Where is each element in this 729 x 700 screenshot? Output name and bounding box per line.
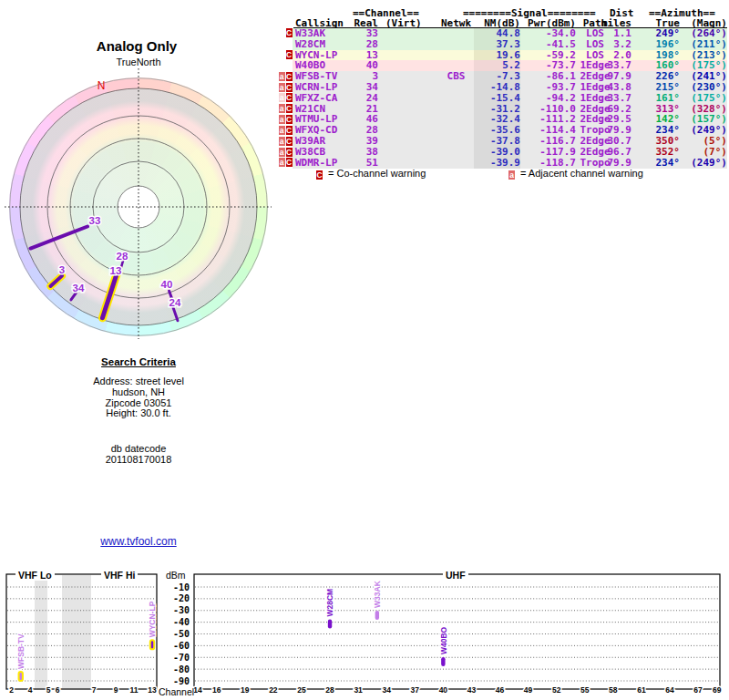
network	[436, 39, 477, 50]
co-channel-warning-icon: C	[286, 50, 293, 59]
station-marker-label-WFSB-TV: WFSB-TV	[16, 633, 26, 669]
table-row-W38CB: aCW38CB38-39.0-117.92Edge96.7352°(7°)	[278, 147, 728, 158]
adjacent-channel-warning-icon: a	[279, 104, 285, 113]
network	[436, 125, 477, 136]
channel-tick-label: 67	[693, 685, 703, 695]
nm-db: -15.4	[474, 93, 520, 104]
channel-tick-label: 28	[325, 685, 334, 695]
azimuth-magnetic: (211°)	[682, 39, 727, 50]
legend-co-channel: C= Co-channel warning	[316, 168, 426, 179]
station-marker-W40BO	[441, 657, 445, 666]
adjacent-channel-warning-icon: a	[279, 137, 285, 146]
radar-spoke-ch34	[71, 293, 76, 300]
distance-miles: 33.7	[592, 93, 631, 104]
network	[436, 147, 477, 158]
dbm-tick-label: -50	[173, 629, 190, 639]
pwr-dbm: -41.5	[524, 39, 576, 50]
adjacent-channel-warning-icon: a	[279, 83, 285, 92]
radar-spoke-label-ch33: 33	[89, 215, 101, 226]
co-channel-warning-icon: C	[286, 28, 293, 37]
dbm-tick-label: -40	[173, 617, 190, 627]
dbm-tick-label: -60	[173, 641, 190, 651]
station-marker-WFSB-TV	[19, 672, 23, 681]
channel-tick-label: 4	[28, 685, 33, 695]
network	[436, 82, 477, 93]
radar-spoke-ch24	[173, 308, 178, 321]
spectrum-gap-shading	[35, 575, 47, 689]
channel-tick-label: 37	[411, 685, 420, 695]
adjacent-channel-warning-icon: a	[279, 148, 285, 157]
dbm-axis-label: dBm	[166, 570, 186, 581]
channel-axis-label: Channel	[159, 686, 194, 697]
azimuth-magnetic: (249°)	[682, 158, 727, 169]
uhf-band-label: UHF	[443, 570, 468, 581]
azimuth-true: 161°	[642, 93, 680, 104]
channel-real: 24	[346, 93, 378, 104]
channel-tick-label: 52	[552, 685, 561, 695]
channel-tick-label: 9	[114, 685, 118, 695]
nm-db: 37.3	[474, 39, 520, 50]
tvfool-link-wrap: www.tvfool.com	[29, 535, 248, 548]
channel-tick-label: 58	[609, 685, 618, 695]
co-channel-warning-icon: C	[286, 126, 293, 135]
distance-miles: 3.2	[592, 39, 631, 50]
radar-spoke-label-ch3: 3	[59, 264, 65, 275]
channel-tick-label: 43	[467, 685, 477, 695]
azimuth-true: 196°	[642, 39, 680, 50]
azimuth-true: 234°	[642, 158, 680, 169]
channel-real: 38	[346, 147, 378, 158]
adjacent-channel-badge: a	[508, 170, 515, 180]
channel-real: 28	[346, 39, 378, 50]
channel-tick-label: 46	[496, 685, 505, 695]
co-channel-warning-icon: C	[286, 83, 293, 92]
dbm-tick-label: -80	[173, 664, 190, 674]
legend-adjacent-channel: a= Adjacent channel warning	[508, 168, 643, 179]
azimuth-magnetic: (264°)	[682, 28, 727, 39]
search-criteria-address: Address: street level hudson, NH Zipcode…	[29, 376, 248, 419]
radar-spokes: 3328133344024N	[30, 79, 181, 321]
db-datecode-value: 201108170018	[29, 455, 248, 466]
legend-adjacent-channel-text: = Adjacent channel warning	[520, 168, 643, 179]
table-row-W28CM: W28CM2837.3-41.5LOS3.2196°(211°)	[278, 39, 728, 50]
radar-spoke-ch13	[102, 273, 117, 317]
channel-tick-label: 5	[46, 685, 51, 695]
adjacent-channel-warning-icon: a	[279, 72, 285, 81]
co-channel-warning-icon: C	[286, 115, 293, 124]
channel-tick-label: 14	[193, 685, 202, 695]
dbm-tick-label: -20	[173, 593, 190, 603]
channel-tick-label: 13	[148, 685, 157, 695]
azimuth-true: 249°	[642, 28, 680, 39]
co-channel-warning-icon: C	[286, 137, 293, 146]
network: CBS	[436, 71, 477, 82]
table-row-WFXZ-CA: aCWFXZ-CA24-15.4-94.21Edge33.7161°(175°)	[278, 93, 728, 104]
adjacent-channel-warning-icon: a	[279, 115, 285, 124]
channel-tick-label: 31	[354, 685, 363, 695]
channel-tick-label: 25	[297, 685, 306, 695]
network	[436, 136, 477, 147]
tvfool-link[interactable]: www.tvfool.com	[100, 535, 176, 548]
station-marker-label-W28CM: W28CM	[325, 589, 334, 617]
vhf-hi-band-label: VHF Hi	[101, 570, 138, 581]
nm-db: -39.0	[474, 147, 520, 158]
channel-tick-label: 69	[713, 685, 722, 695]
pwr-dbm: -34.0	[524, 28, 576, 39]
azimuth-true: 352°	[642, 147, 680, 158]
station-marker-W33AK	[375, 611, 379, 620]
radar-spoke-ch33	[30, 227, 87, 249]
pwr-dbm: -117.9	[524, 147, 576, 158]
channel-tick-label: 7	[92, 685, 97, 695]
callsign: WFXZ-CA	[295, 93, 337, 104]
channel-tick-label: 19	[241, 685, 250, 695]
nm-db: 44.8	[474, 28, 520, 39]
spectrum-gap-shading	[62, 575, 91, 689]
adjacent-channel-warning-icon: a	[279, 158, 285, 167]
station-marker-WYCN-LP	[150, 640, 154, 649]
radar-spoke-label-ch24: 24	[169, 297, 181, 308]
dbm-tick-label: -70	[173, 653, 190, 663]
station-marker-label-W40BO: W40BO	[439, 626, 448, 654]
channel-tick-label: 6	[56, 685, 60, 695]
radar-spoke-label-ch13: 13	[110, 265, 122, 276]
station-marker-label-WYCN-LP: WYCN-LP	[148, 601, 157, 637]
adjacent-channel-warning-icon: a	[279, 126, 285, 135]
network	[436, 28, 477, 39]
